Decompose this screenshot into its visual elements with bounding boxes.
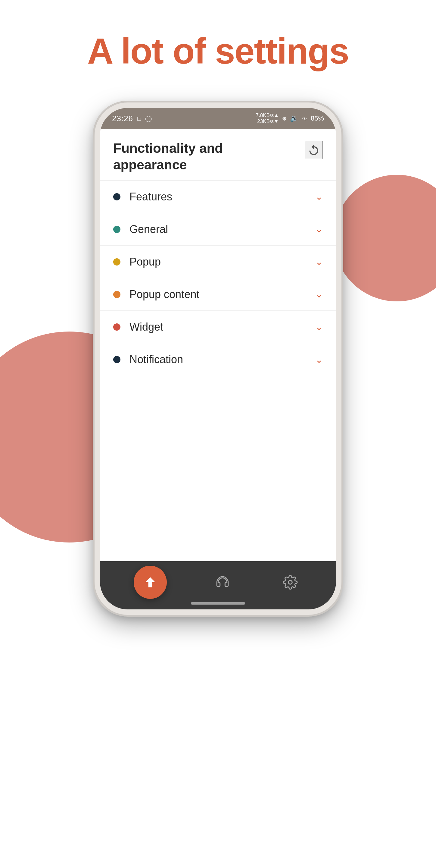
- phone-shell: 23:26 □ ◯ 7.8KB/s▲23KB/s▼ ⎈ 🔉 ∿ 85% Func…: [95, 102, 341, 615]
- settings-list: Features ⌄ General ⌄ Popup ⌄: [100, 181, 336, 561]
- bottom-nav: [100, 561, 336, 610]
- phone-mockup: 23:26 □ ◯ 7.8KB/s▲23KB/s▼ ⎈ 🔉 ∿ 85% Func…: [95, 102, 341, 615]
- popup-dot: [113, 258, 121, 266]
- decorative-circle-right: [334, 175, 436, 301]
- app-header: Functionality andappearance: [100, 129, 336, 181]
- popup-content-label: Popup content: [130, 288, 315, 301]
- page-title: A lot of settings: [0, 30, 436, 72]
- fab-up-button[interactable]: [134, 566, 167, 599]
- headphones-button[interactable]: [210, 570, 235, 594]
- status-clock-icon: ◯: [145, 115, 152, 122]
- bluetooth-icon: ⎈: [282, 115, 287, 122]
- status-left-group: 23:26 □ ◯: [112, 114, 152, 123]
- status-network: 7.8KB/s▲23KB/s▼: [256, 113, 279, 125]
- status-screenshot-icon: □: [137, 115, 141, 122]
- settings-item-popup[interactable]: Popup ⌄: [100, 246, 336, 278]
- settings-item-general[interactable]: General ⌄: [100, 213, 336, 246]
- general-label: General: [130, 223, 315, 236]
- general-chevron: ⌄: [315, 224, 323, 235]
- widget-dot: [113, 323, 121, 331]
- wifi-icon: ∿: [302, 115, 307, 122]
- app-content: Functionality andappearance Features ⌄: [100, 129, 336, 561]
- widget-label: Widget: [130, 321, 315, 333]
- notification-label: Notification: [130, 353, 315, 366]
- popup-content-chevron: ⌄: [315, 289, 323, 300]
- features-chevron: ⌄: [315, 191, 323, 202]
- app-header-title: Functionality andappearance: [113, 140, 223, 173]
- phone-screen: 23:26 □ ◯ 7.8KB/s▲23KB/s▼ ⎈ 🔉 ∿ 85% Func…: [100, 108, 336, 610]
- svg-point-0: [288, 581, 292, 584]
- settings-button[interactable]: [278, 570, 302, 594]
- status-right-group: 7.8KB/s▲23KB/s▼ ⎈ 🔉 ∿ 85%: [256, 113, 324, 125]
- popup-chevron: ⌄: [315, 256, 323, 267]
- notification-dot: [113, 356, 121, 363]
- settings-item-widget[interactable]: Widget ⌄: [100, 311, 336, 343]
- restore-button[interactable]: [305, 141, 323, 159]
- popup-label: Popup: [130, 255, 315, 268]
- status-bar: 23:26 □ ◯ 7.8KB/s▲23KB/s▼ ⎈ 🔉 ∿ 85%: [100, 108, 336, 129]
- notification-chevron: ⌄: [315, 354, 323, 365]
- volume-icon: 🔉: [290, 115, 298, 122]
- settings-item-popup-content[interactable]: Popup content ⌄: [100, 278, 336, 311]
- settings-item-notification[interactable]: Notification ⌄: [100, 343, 336, 376]
- general-dot: [113, 226, 121, 233]
- battery-level: 85%: [311, 115, 324, 122]
- settings-item-features[interactable]: Features ⌄: [100, 181, 336, 213]
- status-time: 23:26: [112, 114, 133, 123]
- features-label: Features: [130, 190, 315, 203]
- features-dot: [113, 193, 121, 200]
- widget-chevron: ⌄: [315, 321, 323, 332]
- popup-content-dot: [113, 291, 121, 298]
